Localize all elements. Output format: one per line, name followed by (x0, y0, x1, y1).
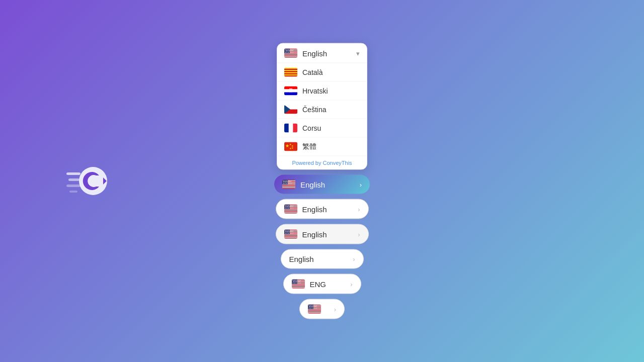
svg-rect-70 (284, 211, 297, 211)
dropdown-selected-label: English (302, 49, 327, 57)
us-flag-icon-3: ★★★★★★★★★★★★★★★★★ (284, 230, 297, 239)
svg-rect-27 (284, 75, 297, 76)
svg-rect-120 (308, 310, 321, 311)
language-button-gradient[interactable]: ★★★★★★★★★★★★★★★★★ English › (274, 175, 370, 194)
svg-text:★★★★★★: ★★★★★★ (308, 307, 317, 309)
svg-rect-90 (284, 238, 297, 238)
dropdown-item-catalan[interactable]: Català (277, 63, 367, 82)
button-label-5: ENG (310, 280, 327, 288)
svg-rect-13 (284, 53, 297, 54)
svg-rect-52 (282, 186, 295, 186)
svg-rect-105 (292, 286, 305, 287)
french-flag-icon (284, 124, 297, 133)
language-button-eng[interactable]: ★★★★★★★★★★★★★★★★★ ENG › (283, 274, 361, 294)
us-flag-icon-2: ★★★★★★★★★★★★★★★★★ (284, 205, 297, 214)
dropdown-item-czech[interactable]: Čeština (277, 101, 367, 119)
svg-rect-31 (289, 88, 292, 93)
dropdown-item-croatian[interactable]: Hrvatski (277, 82, 367, 101)
svg-text:★★★★★★: ★★★★★★ (285, 51, 294, 53)
chevron-right-icon-6: › (334, 305, 336, 313)
dropdown-item-czech-label: Čeština (302, 106, 326, 114)
svg-rect-103 (292, 285, 305, 286)
dropdown-item-catalan-label: Català (302, 68, 323, 76)
svg-rect-51 (282, 185, 295, 185)
us-flag-icon-6: ★★★★★★★★★★★★★★★★★ (308, 305, 321, 314)
powered-by: Powered by ConveyThis (277, 156, 367, 169)
button-label-3: English (302, 230, 327, 238)
svg-rect-14 (284, 54, 297, 55)
svg-text:★★★★★★: ★★★★★★ (283, 183, 292, 185)
svg-rect-55 (282, 188, 295, 188)
svg-rect-16 (284, 55, 297, 56)
button-flag-label-3: ★★★★★★★★★★★★★★★★★ English (284, 230, 327, 239)
chevron-right-icon-4: › (353, 255, 355, 263)
svg-rect-53 (282, 186, 295, 187)
button-label-2: English (302, 205, 327, 213)
svg-rect-0 (66, 172, 80, 175)
svg-rect-68 (284, 209, 297, 210)
us-flag-icon-5: ★★★★★★★★★★★★★★★★★ (292, 280, 305, 289)
svg-rect-123 (308, 312, 321, 313)
language-button-text-only[interactable]: English › (281, 249, 364, 269)
svg-rect-72 (284, 212, 297, 213)
svg-rect-3 (69, 191, 77, 193)
us-flag-icon: ★★★★★★ ★★★★★ ★★★★★★ (284, 49, 297, 58)
svg-rect-89 (284, 237, 297, 238)
svg-rect-106 (292, 287, 305, 288)
svg-text:★★★★★★: ★★★★★★ (284, 207, 293, 209)
language-button-flag-only[interactable]: ★★★★★★★★★★★★★★★★★ › (299, 299, 345, 319)
dropdown-item-croatian-label: Hrvatski (302, 87, 328, 95)
svg-rect-104 (292, 286, 305, 286)
button-flag-label-2: ★★★★★★★★★★★★★★★★★ English (284, 205, 327, 214)
svg-rect-107 (292, 288, 305, 288)
czech-flag-icon (284, 105, 297, 114)
chevron-down-icon: ▾ (356, 49, 360, 57)
dropdown-selected: ★★★★★★ ★★★★★ ★★★★★★ English (284, 49, 327, 58)
chinese-flag-icon: ★ ★ ★ ★ ★ (284, 142, 297, 151)
language-button-white[interactable]: ★★★★★★★★★★★★★★★★★ English › (276, 199, 369, 219)
dropdown-item-corsu[interactable]: Corsu (277, 119, 367, 138)
svg-text:★★★★★★: ★★★★★★ (284, 232, 293, 234)
svg-rect-124 (308, 313, 321, 313)
chevron-right-icon-3: › (358, 230, 360, 238)
svg-rect-121 (308, 311, 321, 311)
chevron-right-icon-2: › (358, 205, 360, 213)
svg-rect-85 (284, 234, 297, 235)
button-flag-label-1: ★★★★★★★★★★★★★★★★★ English (282, 180, 325, 189)
svg-rect-69 (284, 210, 297, 211)
button-flag-label-5: ★★★★★★★★★★★★★★★★★ ENG (292, 280, 327, 289)
svg-rect-71 (284, 211, 297, 212)
svg-rect-86 (284, 235, 297, 236)
svg-rect-26 (284, 73, 297, 74)
svg-rect-24 (284, 69, 297, 70)
svg-rect-87 (284, 236, 297, 236)
svg-rect-88 (284, 236, 297, 237)
svg-rect-36 (284, 124, 289, 133)
svg-text:★★★★★★: ★★★★★★ (292, 282, 301, 284)
logo (65, 158, 111, 204)
svg-rect-17 (284, 56, 297, 57)
svg-rect-30 (284, 93, 297, 96)
svg-rect-25 (284, 71, 297, 72)
dropdown-item-chinese[interactable]: ★ ★ ★ ★ ★ 繁體 (277, 138, 367, 156)
catalan-flag-icon (284, 68, 297, 77)
svg-rect-15 (284, 55, 297, 55)
svg-rect-18 (284, 57, 297, 57)
us-flag-icon-1: ★★★★★★★★★★★★★★★★★ (282, 180, 295, 189)
svg-rect-54 (282, 187, 295, 187)
svg-rect-73 (284, 213, 297, 213)
chevron-right-icon-1: › (360, 180, 362, 188)
svg-text:★: ★ (285, 143, 289, 148)
croatian-flag-icon (284, 86, 297, 96)
center-panel: ★★★★★★ ★★★★★ ★★★★★★ English ▾ Català (274, 43, 370, 319)
button-label-4: English (289, 255, 314, 263)
chevron-right-icon-5: › (350, 280, 352, 288)
svg-rect-102 (292, 284, 305, 285)
language-dropdown[interactable]: ★★★★★★ ★★★★★ ★★★★★★ English ▾ Català (277, 43, 367, 170)
svg-rect-37 (293, 124, 297, 133)
dropdown-item-chinese-label: 繁體 (302, 142, 316, 151)
language-button-gray[interactable]: ★★★★★★★★★★★★★★★★★ English › (276, 224, 369, 244)
svg-rect-122 (308, 311, 321, 312)
dropdown-item-corsu-label: Corsu (302, 124, 321, 132)
dropdown-header[interactable]: ★★★★★★ ★★★★★ ★★★★★★ English ▾ (277, 44, 367, 63)
